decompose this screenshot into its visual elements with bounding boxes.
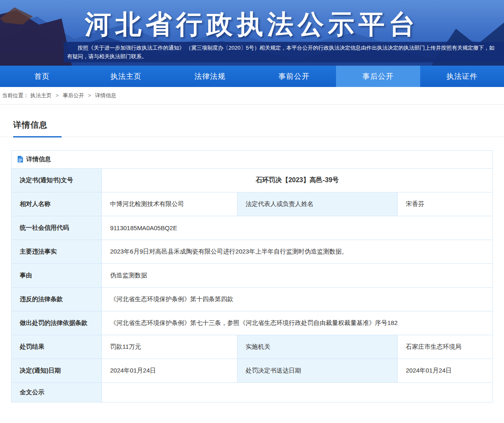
site-notice: 按照《关于进一步加强行政执法工作的通知》 （冀三项制度办〔2020〕5号）相关规…: [64, 42, 504, 62]
nav-item-enforce[interactable]: 执法主页: [84, 66, 168, 87]
table-row-doc-no: 决定书(通知书)文号 石环罚决【2023】高邑-39号: [12, 168, 492, 192]
field-label: 法定代表人或负责人姓名: [237, 192, 398, 216]
field-value: 2024年01月24日: [102, 359, 237, 382]
nav-item-home[interactable]: 首页: [0, 66, 84, 87]
field-value: 91130185MA0A05BQ2E: [102, 216, 492, 240]
field-label: 处罚决定书送达日期: [237, 359, 398, 382]
table-row-facts: 主要违法事实 2023年6月9日对高邑县禾成陶瓷有限公司进行2023年上半年自行…: [12, 240, 492, 263]
nav-item-pre[interactable]: 事前公开: [252, 66, 336, 87]
field-value: 《河北省生态环境保护条例》第七十三条，参照《河北省生态环境行政处罚自由裁量权裁量…: [102, 311, 492, 335]
page-title: 详情信息: [13, 119, 62, 137]
field-label: 违反的法律条款: [12, 288, 102, 311]
breadcrumb-link-enforce[interactable]: 执法主页: [30, 92, 52, 98]
nav-item-laws[interactable]: 法律法规: [168, 66, 252, 87]
field-label: 决定(通知)日期: [12, 359, 102, 382]
main-nav: 首页 执法主页 法律法规 事前公开 事后公开 执法证件: [0, 66, 504, 87]
breadcrumb: 当前位置： 执法主页 > 事后公开 > 详情信息: [0, 87, 504, 105]
page-title-section: 详情信息: [0, 119, 504, 137]
detail-table: 详情信息 决定书(通知书)文号 石环罚决【2023】高邑-39号 相对人名称 中…: [11, 150, 493, 402]
breadcrumb-current: 详情信息: [95, 92, 116, 98]
detail-section-header: 详情信息: [12, 151, 492, 168]
field-value: 宋香芬: [398, 192, 492, 216]
table-row-violated: 违反的法律条款 《河北省生态环境保护条例》第十四条第四款: [12, 287, 492, 311]
field-label: 相对人名称: [12, 192, 102, 216]
field-value: 石家庄市生态环境局: [398, 335, 492, 359]
field-value: 2023年6月9日对高邑县禾成陶瓷有限公司进行2023年上半年自行监测时伪造监测…: [102, 240, 492, 263]
nav-item-post[interactable]: 事后公开: [336, 66, 420, 87]
breadcrumb-prefix: 当前位置：: [2, 92, 29, 98]
breadcrumb-separator: >: [88, 92, 91, 98]
field-label: 主要违法事实: [12, 240, 102, 263]
table-row-full-text: 全文公示: [12, 382, 492, 402]
site-title: 河北省行政执法公示平台: [0, 7, 504, 42]
breadcrumb-link-post[interactable]: 事后公开: [62, 92, 84, 98]
field-label: 决定书(通知书)文号: [12, 169, 102, 192]
detail-section-title: 详情信息: [26, 155, 51, 163]
field-value: 《河北省生态环境保护条例》第十四条第四款: [102, 288, 492, 311]
field-value: 伪造监测数据: [102, 264, 492, 287]
table-row-credit-code: 统一社会信用代码 91130185MA0A05BQ2E: [12, 216, 492, 240]
field-value: 中博河北检测技术有限公司: [102, 192, 237, 216]
table-row-result: 处罚结果 罚款11万元 实施机关 石家庄市生态环境局: [12, 335, 492, 359]
table-row-cause: 事由 伪造监测数据: [12, 263, 492, 287]
field-label: 事由: [12, 264, 102, 287]
field-value: 罚款11万元: [102, 335, 237, 359]
table-row-party: 相对人名称 中博河北检测技术有限公司 法定代表人或负责人姓名 宋香芬: [12, 192, 492, 216]
field-value: 石环罚决【2023】高邑-39号: [102, 169, 492, 192]
nav-item-cert[interactable]: 执法证件: [420, 66, 504, 87]
site-banner: 河北省行政执法公示平台 按照《关于进一步加强行政执法工作的通知》 （冀三项制度办…: [0, 0, 504, 66]
document-icon: [17, 156, 23, 163]
field-value: [102, 383, 492, 402]
field-label: 统一社会信用代码: [12, 216, 102, 240]
field-label: 做出处罚的法律依据条款: [12, 311, 102, 335]
table-row-basis: 做出处罚的法律依据条款 《河北省生态环境保护条例》第七十三条，参照《河北省生态环…: [12, 311, 492, 335]
breadcrumb-separator: >: [55, 92, 59, 98]
field-label: 全文公示: [12, 383, 102, 402]
table-row-dates: 决定(通知)日期 2024年01月24日 处罚决定书送达日期 2024年01月2…: [12, 359, 492, 382]
field-label: 处罚结果: [12, 335, 102, 359]
field-value: 2024年01月24日: [398, 359, 492, 382]
field-label: 实施机关: [237, 335, 398, 359]
